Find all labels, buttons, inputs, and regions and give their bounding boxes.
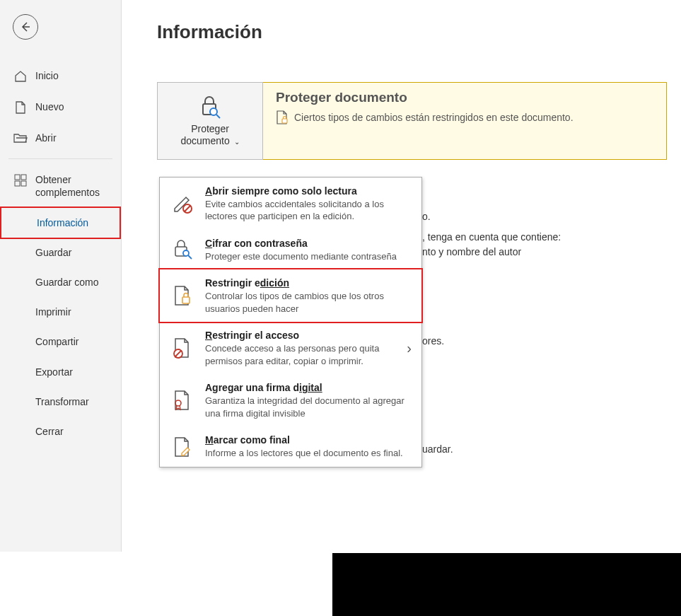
sidebar-item-abrir[interactable]: Abrir (0, 123, 121, 153)
behind-text-fragment: nto y nombre del autor (422, 246, 521, 257)
menu-item-desc: Evite cambios accidentales solicitando a… (205, 198, 412, 223)
menu-item-encrypt[interactable]: Cifrar con contraseña Proteger este docu… (160, 230, 421, 269)
protect-message: Ciertos tipos de cambios están restringi… (294, 112, 574, 123)
svg-rect-1 (21, 175, 26, 180)
sidebar-item-label: Exportar (35, 366, 73, 378)
sidebar-item-label: Abrir (35, 132, 57, 144)
menu-item-title: Restringir el acceso (205, 329, 397, 342)
protect-btn-label-line1: Proteger (191, 123, 229, 134)
sidebar-item-label: Guardar (35, 246, 71, 259)
folder-open-icon (13, 132, 28, 144)
menu-item-title: Agregar una firma digital (205, 381, 412, 395)
sidebar-item-label: Información (37, 216, 88, 229)
sidebar-item-label: Imprimir (35, 306, 71, 318)
menu-item-title: Marcar como final (205, 434, 412, 447)
behind-text-fragment: ores. (422, 335, 444, 347)
menu-item-restrict-editing[interactable]: Restringir edición Controlar los tipos d… (158, 268, 423, 323)
protect-document-panel: Proteger documento ⌄ Proteger documento … (157, 82, 667, 160)
behind-text-fragment: , tenga en cuenta que contiene: (422, 231, 561, 243)
backstage-sidebar: Inicio Nuevo Abrir Obtener complementos … (0, 0, 122, 552)
menu-item-readonly[interactable]: Abrir siempre como solo lectura Evite ca… (160, 178, 421, 230)
behind-text-fragment: uardar. (422, 443, 453, 455)
sidebar-item-label: Cerrar (35, 425, 64, 438)
sidebar-item-cerrar[interactable]: Cerrar (0, 417, 121, 446)
sidebar-item-label: Compartir (35, 335, 78, 348)
protect-document-menu: Abrir siempre como solo lectura Evite ca… (159, 177, 422, 467)
home-icon (13, 69, 28, 83)
sidebar-item-label: Nuevo (35, 100, 64, 113)
lock-key-icon (170, 237, 195, 262)
sidebar-item-transformar[interactable]: Transformar (0, 387, 121, 417)
chevron-right-icon: › (407, 340, 412, 356)
svg-rect-6 (282, 119, 287, 123)
sidebar-item-imprimir[interactable]: Imprimir (0, 297, 121, 327)
redaction-block (332, 553, 681, 616)
sidebar-item-obtener-complementos[interactable]: Obtener complementos (0, 165, 121, 207)
menu-item-mark-final[interactable]: Marcar como final Informe a los lectores… (160, 426, 421, 466)
menu-item-title: Abrir siempre como solo lectura (205, 185, 412, 198)
sidebar-item-label: Obtener complementos (35, 173, 108, 199)
svg-point-12 (175, 400, 181, 406)
addins-grid-icon (13, 173, 28, 187)
svg-rect-2 (15, 181, 20, 186)
sidebar-separator (8, 158, 112, 159)
sidebar-item-guardar[interactable]: Guardar (0, 238, 121, 267)
sidebar-item-label: Guardar como (35, 276, 98, 289)
protect-document-button[interactable]: Proteger documento ⌄ (157, 82, 263, 160)
menu-item-desc: Informe a los lectores que el documento … (205, 447, 412, 460)
document-lock-icon (276, 110, 289, 125)
menu-item-title: Restringir edición (205, 277, 412, 290)
document-pencil-icon (170, 434, 195, 460)
sidebar-item-compartir[interactable]: Compartir (0, 327, 121, 356)
menu-item-digital-signature[interactable]: Agregar una firma digital Garantiza la i… (160, 374, 421, 426)
menu-item-desc: Concede acceso a las personas pero quita… (205, 342, 397, 367)
sidebar-item-label: Transformar (35, 395, 89, 408)
sidebar-item-nuevo[interactable]: Nuevo (0, 92, 121, 123)
svg-point-5 (210, 108, 217, 115)
menu-item-desc: Garantiza la integridad del documento al… (205, 395, 412, 419)
svg-rect-0 (15, 175, 20, 180)
sidebar-item-label: Inicio (35, 69, 59, 82)
document-blank-icon (13, 100, 28, 115)
page-title: Información (157, 21, 667, 43)
sidebar-item-exportar[interactable]: Exportar (0, 357, 121, 387)
document-lock-highlight-icon (170, 283, 195, 308)
chevron-down-icon: ⌄ (232, 138, 240, 146)
svg-rect-3 (21, 181, 26, 186)
back-button[interactable] (13, 14, 38, 40)
svg-point-9 (183, 250, 189, 256)
menu-item-restrict-access[interactable]: Restringir el acceso Concede acceso a la… (160, 322, 421, 374)
document-ribbon-icon (170, 388, 195, 413)
document-prohibit-icon (170, 335, 195, 361)
behind-text-fragment: o. (422, 211, 431, 222)
arrow-left-icon (19, 21, 32, 33)
sidebar-item-informacion[interactable]: Información (0, 207, 121, 239)
svg-rect-10 (182, 297, 190, 303)
sidebar-item-inicio[interactable]: Inicio (0, 61, 121, 92)
menu-item-title: Cifrar con contraseña (205, 237, 412, 250)
pencil-prohibit-icon (170, 191, 195, 216)
protect-heading: Proteger documento (276, 90, 653, 105)
sidebar-item-guardar-como[interactable]: Guardar como (0, 267, 121, 297)
menu-item-desc: Proteger este documento mediante contras… (205, 250, 412, 263)
lock-search-icon (197, 95, 223, 119)
menu-item-desc: Controlar los tipos de cambios que los o… (205, 290, 412, 315)
protect-btn-label-line2: documento (180, 135, 229, 146)
